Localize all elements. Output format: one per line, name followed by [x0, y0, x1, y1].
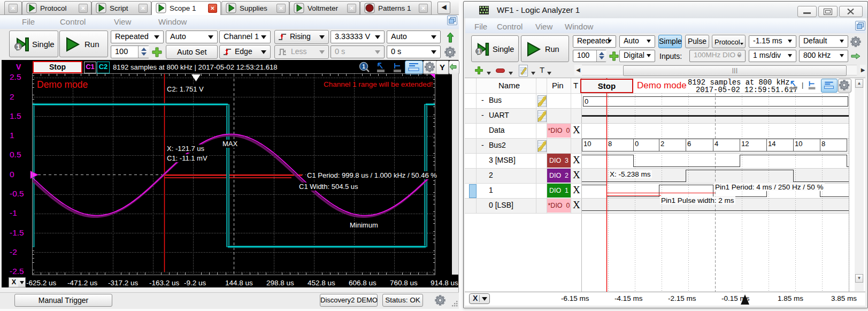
- svg-text:1: 1: [362, 64, 365, 70]
- svg-text:1: 1: [477, 48, 481, 55]
- svg-text:1: 1: [16, 43, 20, 51]
